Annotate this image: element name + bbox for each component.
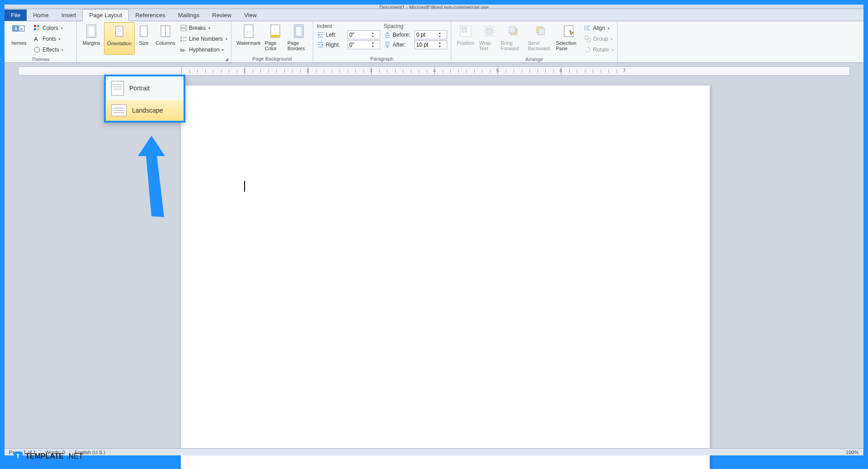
svg-rect-13 <box>140 26 147 37</box>
group-paragraph-label: Paragraph <box>315 55 449 62</box>
spin-up-icon[interactable]: ▲ <box>437 41 443 45</box>
spacing-after-spinner[interactable]: ▲▼ <box>415 40 447 49</box>
spin-down-icon[interactable]: ▼ <box>437 35 443 38</box>
selection-pane-label: Selection Pane <box>556 40 581 51</box>
effects-label: Effects <box>42 47 59 53</box>
group-themes-label: Themes <box>6 56 75 63</box>
position-button[interactable]: Position <box>453 22 478 55</box>
colors-button[interactable]: Colors▾ <box>32 23 65 33</box>
indent-left-spinner[interactable]: ▲▼ <box>348 30 380 39</box>
spin-down-icon[interactable]: ▼ <box>370 35 376 38</box>
tab-insert[interactable]: Insert <box>55 9 83 21</box>
align-button[interactable]: Align▾ <box>582 23 615 33</box>
svg-rect-6 <box>34 28 36 30</box>
wrap-text-button[interactable]: Wrap Text <box>478 22 500 55</box>
page-setup-launcher-icon[interactable]: ◢ <box>225 57 228 62</box>
page-color-icon <box>268 24 283 38</box>
svg-point-9 <box>34 47 40 52</box>
watermark-main: TEMPLATE <box>25 452 64 460</box>
spacing-before-spinner[interactable]: ▲▼ <box>415 30 447 39</box>
svg-text:a: a <box>20 27 23 31</box>
spacing-before-input[interactable] <box>415 32 437 38</box>
tab-review[interactable]: Review <box>206 9 238 21</box>
tab-view[interactable]: View <box>238 9 263 21</box>
wrap-text-icon <box>482 24 496 38</box>
colors-label: Colors <box>42 25 58 31</box>
svg-rect-5 <box>37 25 39 27</box>
page-color-label: Page Color <box>265 40 286 51</box>
svg-text:1: 1 <box>180 36 182 39</box>
group-button[interactable]: Group▾ <box>582 34 615 44</box>
template-net-watermark: T TEMPLATE.NET <box>14 452 83 461</box>
orientation-label: Orientation <box>107 41 132 46</box>
indent-right-spinner[interactable]: ▲▼ <box>348 40 380 49</box>
indent-right-label: Right: <box>326 42 346 48</box>
spin-up-icon[interactable]: ▲ <box>437 31 443 35</box>
tab-page-layout[interactable]: Page Layout <box>82 9 129 21</box>
indent-left-input[interactable] <box>348 32 370 38</box>
indent-section: Indent Left: ▲▼ Right: <box>315 22 382 50</box>
page-borders-button[interactable]: Page Borders <box>287 22 311 55</box>
horizontal-ruler[interactable]: 1234567 <box>18 66 850 76</box>
watermark-button[interactable]: A Watermark <box>233 22 264 55</box>
orientation-portrait[interactable]: Portrait <box>106 76 184 100</box>
group-arrange: Position Wrap Text Bring Forward Send Ba… <box>451 21 618 62</box>
spin-down-icon[interactable]: ▼ <box>370 45 376 48</box>
fonts-button[interactable]: A Fonts▾ <box>32 34 65 44</box>
orientation-button[interactable]: Orientation <box>104 22 135 55</box>
columns-button[interactable]: Columns <box>153 22 178 55</box>
svg-rect-37 <box>585 36 588 39</box>
effects-button[interactable]: Effects▾ <box>32 45 65 55</box>
tab-references[interactable]: References <box>129 9 171 21</box>
themes-button[interactable]: Aa hemes <box>6 22 32 55</box>
title-bar: Document1 - Microsoft Word non-commercia… <box>5 5 863 9</box>
line-numbers-button[interactable]: 12 Line Numbers▾ <box>178 34 229 44</box>
margins-button[interactable]: Margins <box>79 22 104 55</box>
spacing-before-icon <box>384 31 391 38</box>
breaks-icon <box>180 24 187 32</box>
margins-icon <box>84 24 99 38</box>
spin-up-icon[interactable]: ▲ <box>370 31 376 35</box>
colors-icon <box>33 24 41 32</box>
tab-mailings[interactable]: Mailings <box>172 9 206 21</box>
group-label: Group <box>593 36 608 42</box>
page-color-button[interactable]: Page Color <box>264 22 287 55</box>
selection-pane-button[interactable]: Selection Pane <box>555 22 582 55</box>
document-page[interactable] <box>181 85 710 469</box>
indent-right-icon <box>317 41 324 48</box>
status-bar: Page: 1 of 1 Words: 0 English (U.S.) 100… <box>5 448 863 455</box>
align-label: Align <box>593 25 605 31</box>
orientation-landscape[interactable]: Landscape <box>106 100 184 121</box>
send-backward-button[interactable]: Send Backward <box>527 22 555 55</box>
spin-down-icon[interactable]: ▼ <box>437 45 443 48</box>
ribbon: Aa hemes Colors▾ A Fonts▾ Effect <box>5 21 863 63</box>
status-zoom[interactable]: 100% <box>841 450 863 455</box>
rotate-button[interactable]: Rotate▾ <box>582 45 615 55</box>
group-themes: Aa hemes Colors▾ A Fonts▾ Effect <box>5 21 77 62</box>
margins-label: Margins <box>82 40 100 46</box>
fonts-icon: A <box>33 35 41 43</box>
annotation-arrow <box>138 136 174 217</box>
window-title: Document1 - Microsoft Word non-commercia… <box>379 5 489 9</box>
rotate-icon <box>584 46 591 53</box>
spacing-after-label: After: <box>393 42 413 48</box>
svg-rect-36 <box>564 26 573 37</box>
indent-right-input[interactable] <box>348 42 370 48</box>
align-icon <box>584 24 591 32</box>
position-icon <box>458 24 473 38</box>
spacing-heading: Spacing <box>384 23 447 29</box>
hyphenation-button[interactable]: bc- Hyphenation▾ <box>178 45 229 55</box>
bring-forward-button[interactable]: Bring Forward <box>500 22 527 55</box>
svg-text:bc-: bc- <box>180 48 186 52</box>
spin-up-icon[interactable]: ▲ <box>370 41 376 45</box>
tab-home[interactable]: Home <box>27 9 55 21</box>
breaks-button[interactable]: Breaks▾ <box>178 23 229 33</box>
tab-file[interactable]: File <box>5 9 27 21</box>
ribbon-tabs: File Home Insert Page Layout References … <box>5 9 863 21</box>
svg-rect-16 <box>181 25 186 28</box>
portrait-icon <box>111 81 124 95</box>
app-window: Document1 - Microsoft Word non-commercia… <box>5 5 863 455</box>
size-button[interactable]: Size <box>135 22 153 55</box>
svg-rect-35 <box>538 28 545 35</box>
spacing-after-input[interactable] <box>415 42 437 48</box>
